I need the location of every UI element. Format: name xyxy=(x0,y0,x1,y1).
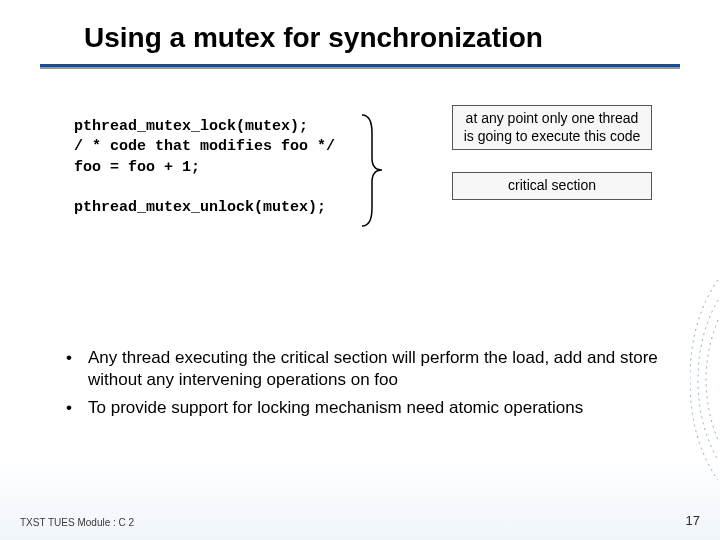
slide-title: Using a mutex for synchronization xyxy=(0,0,720,60)
footer-text: TXST TUES Module : C 2 xyxy=(20,517,134,528)
callout-top: at any point only one thread is going to… xyxy=(452,105,652,150)
bullet-list: Any thread executing the critical sectio… xyxy=(60,347,670,425)
content-area: pthread_mutex_lock(mutex); / * code that… xyxy=(0,67,720,457)
footer: TXST TUES Module : C 2 17 xyxy=(20,513,700,528)
callout-bottom: critical section xyxy=(452,172,652,200)
page-number: 17 xyxy=(686,513,700,528)
code-line: pthread_mutex_lock(mutex); xyxy=(74,118,308,135)
code-block: pthread_mutex_lock(mutex); / * code that… xyxy=(74,117,335,218)
slide: Using a mutex for synchronization pthrea… xyxy=(0,0,720,540)
code-line: pthread_mutex_unlock(mutex); xyxy=(74,199,326,216)
bullet-item: To provide support for locking mechanism… xyxy=(60,397,670,419)
code-line: / * code that modifies foo */ xyxy=(74,138,335,155)
curly-brace-icon xyxy=(358,113,386,228)
bullet-item: Any thread executing the critical sectio… xyxy=(60,347,670,391)
code-line: foo = foo + 1; xyxy=(74,159,200,176)
callout-group: at any point only one thread is going to… xyxy=(452,105,652,200)
